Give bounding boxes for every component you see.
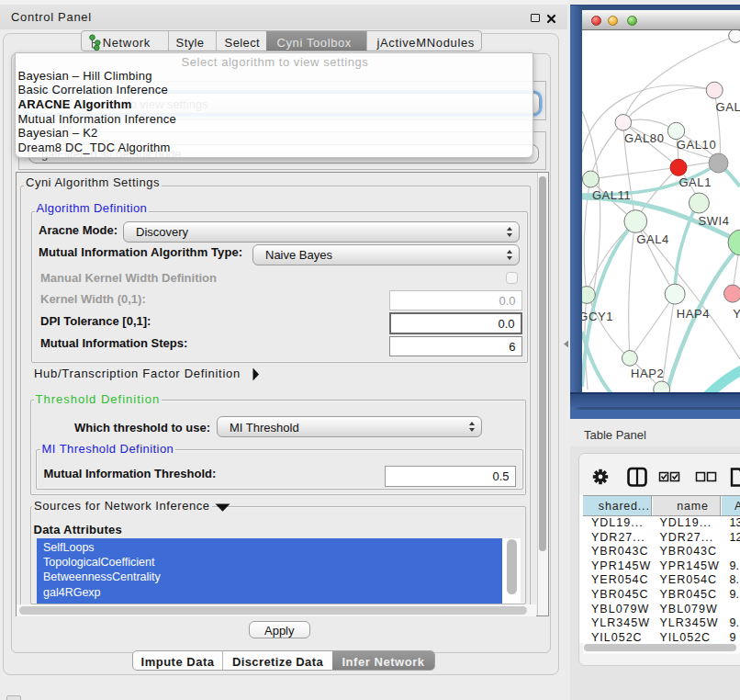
svg-text:HAP2: HAP2 <box>631 367 664 380</box>
svg-text:GAL1: GAL1 <box>678 175 712 189</box>
svg-text:GAL4: GAL4 <box>636 232 669 246</box>
svg-text:GAL11: GAL11 <box>592 188 632 202</box>
svg-text:HAP4: HAP4 <box>677 307 710 321</box>
svg-text:Y: Y <box>733 307 740 321</box>
svg-text:SWI4: SWI4 <box>698 214 729 228</box>
svg-text:GCY1: GCY1 <box>582 310 613 323</box>
svg-text:GAL7: GAL7 <box>716 100 740 114</box>
svg-text:GAL10: GAL10 <box>677 138 716 152</box>
svg-text:GAL80: GAL80 <box>624 131 664 145</box>
